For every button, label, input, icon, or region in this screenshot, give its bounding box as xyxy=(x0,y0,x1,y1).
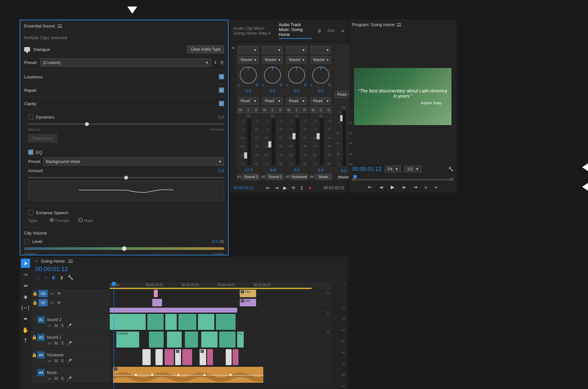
zoom-fit-dropdown[interactable]: Fit▾ xyxy=(385,166,401,172)
male-radio[interactable] xyxy=(78,218,83,222)
linked-selection-icon[interactable]: ◐ xyxy=(52,275,56,280)
mute-button[interactable]: M xyxy=(55,359,58,363)
scroll-marker[interactable] xyxy=(327,292,329,294)
eq-curve-display[interactable] xyxy=(28,181,224,201)
level-checkbox[interactable] xyxy=(24,239,29,244)
channel-name-input[interactable]: Sound 1 xyxy=(267,174,284,180)
dynamics-checkbox[interactable] xyxy=(28,114,33,120)
audio-clip[interactable] xyxy=(149,332,164,348)
audio-clip[interactable] xyxy=(185,332,198,348)
solo-button[interactable]: S xyxy=(61,323,64,328)
track-lane-v1[interactable] xyxy=(110,307,331,313)
delete-preset-icon[interactable]: 🗑 xyxy=(220,60,224,65)
track-name[interactable]: Music xyxy=(45,370,110,375)
toggle-output-icon[interactable]: ▭ xyxy=(50,291,54,296)
lock-icon[interactable]: 🔒 xyxy=(31,300,39,305)
pan-knob[interactable]: LR xyxy=(238,67,258,87)
lock-icon[interactable]: 🔒 xyxy=(31,352,37,357)
audio-clip[interactable] xyxy=(201,332,218,348)
audio-clip[interactable] xyxy=(198,314,214,330)
time-ruler[interactable]: :00:00 00:00:14:23 00:00:29:23 00:00:44:… xyxy=(110,282,331,289)
audio-clip[interactable] xyxy=(110,314,146,330)
mute-button[interactable]: M xyxy=(237,107,244,113)
toggle-output-icon[interactable]: ▭ xyxy=(48,323,51,328)
mute-button[interactable]: M xyxy=(55,376,58,381)
solo-button[interactable]: S xyxy=(61,341,64,346)
repair-checkbox[interactable]: ✓ xyxy=(219,88,224,93)
track-name[interactable]: Voiceover xyxy=(45,353,110,357)
channel-name-input[interactable]: Voiceover xyxy=(291,174,308,180)
solo-button[interactable]: S xyxy=(318,107,324,113)
audio-clip[interactable]: fx xyxy=(200,349,206,365)
razor-tool-icon[interactable]: ◈ xyxy=(21,292,30,301)
solo-button[interactable]: S xyxy=(245,107,252,113)
lock-icon[interactable]: 🔒 xyxy=(31,291,39,296)
record-icon[interactable]: ● xyxy=(308,185,312,191)
audio-clip[interactable] xyxy=(178,314,196,330)
program-scrubber[interactable] xyxy=(352,174,453,182)
effect-slot-dropdown[interactable]: ▾ xyxy=(286,46,306,54)
track-select-tool-icon[interactable]: ⇨ xyxy=(21,270,30,279)
automation-mode-dropdown[interactable]: Read▾ xyxy=(286,97,306,105)
track-lane-a4[interactable]: fx xyxy=(110,366,331,384)
pen-tool-icon[interactable]: ✒ xyxy=(21,314,30,323)
track-id-a4[interactable]: A4 xyxy=(37,369,45,376)
automation-mode-dropdown[interactable]: Read▾ xyxy=(262,97,282,105)
output-dropdown[interactable]: Master▾ xyxy=(238,56,258,63)
volume-fader[interactable] xyxy=(294,119,294,165)
mute-button[interactable]: M xyxy=(55,341,58,346)
insert-mode-icon[interactable]: ⬚ xyxy=(35,275,40,280)
channel-name-input[interactable]: Music xyxy=(315,174,332,180)
export-icon[interactable]: ↥ xyxy=(300,185,304,190)
type-tool-icon[interactable]: T xyxy=(21,336,30,346)
overflow-chevrons-icon[interactable]: » xyxy=(341,28,344,34)
audio-clip[interactable] xyxy=(216,314,236,330)
video-clip[interactable] xyxy=(154,290,158,297)
loudness-checkbox[interactable]: ✓ xyxy=(219,74,224,79)
audio-clip[interactable] xyxy=(165,349,174,365)
effect-slot-dropdown[interactable]: ▾ xyxy=(311,46,331,54)
enhance-speech-checkbox[interactable] xyxy=(28,210,33,215)
amount-slider[interactable] xyxy=(28,177,224,178)
track-lane-a1[interactable] xyxy=(110,313,331,331)
amount-value[interactable]: 5.0 xyxy=(218,168,224,173)
pan-knob[interactable]: LR xyxy=(286,67,307,87)
loudness-section-header[interactable]: Loudness ✓ xyxy=(24,70,224,84)
close-sequence-icon[interactable]: × xyxy=(35,259,38,264)
audio-clip[interactable] xyxy=(165,314,177,330)
expand-effects-button[interactable]: ▸ xyxy=(231,44,236,51)
volume-fader[interactable] xyxy=(245,119,246,165)
program-timecode[interactable]: 00:00:01:12 xyxy=(352,166,382,172)
settings-wrench-icon[interactable]: 🔧 xyxy=(448,167,453,171)
video-clip[interactable]: fxAdo xyxy=(240,290,256,297)
level-slider[interactable] xyxy=(24,247,224,250)
solo-button[interactable]: S xyxy=(269,107,276,113)
voice-record-icon[interactable]: 🎤 xyxy=(67,323,72,328)
track-id-v3[interactable]: V3 xyxy=(39,290,48,297)
mute-button[interactable]: M xyxy=(261,107,268,113)
step-forward-icon[interactable]: ı▸ xyxy=(402,184,406,190)
female-radio[interactable] xyxy=(50,218,54,222)
marker-icon[interactable]: ▮ xyxy=(60,275,63,280)
track-lane-v3[interactable]: fxAdo xyxy=(110,289,331,298)
record-button[interactable]: R xyxy=(253,107,259,113)
panel-menu-icon[interactable] xyxy=(57,24,62,28)
volume-fader[interactable] xyxy=(270,119,270,165)
eq-checkbox[interactable]: ✓ xyxy=(28,150,33,155)
panel-menu-icon[interactable] xyxy=(318,29,321,32)
snap-icon[interactable]: ∩ xyxy=(44,275,47,280)
reanalyze-button[interactable]: Reanalyze xyxy=(28,134,57,143)
lock-icon[interactable]: 🔒 xyxy=(31,335,37,340)
selection-tool-icon[interactable]: ➤ xyxy=(21,259,30,268)
mark-out-icon[interactable]: ⇥ xyxy=(413,184,417,190)
track-lane-a2[interactable]: Constan Co xyxy=(110,331,331,348)
output-dropdown[interactable]: Master▾ xyxy=(262,56,282,63)
mute-button[interactable]: M xyxy=(286,107,292,113)
save-preset-icon[interactable]: ⬇ xyxy=(214,60,217,65)
mark-in-icon[interactable]: ⇤ xyxy=(368,184,372,190)
toggle-eye-icon[interactable]: 👁 xyxy=(57,291,61,296)
solo-button[interactable]: S xyxy=(61,376,64,381)
tab-program[interactable]: Program: Going Home xyxy=(352,22,395,27)
tab-audio-clip-mixer[interactable]: Audio Clip Mixer: Going Home Step 4 xyxy=(233,26,272,36)
voice-record-icon[interactable]: 🎤 xyxy=(67,376,72,381)
